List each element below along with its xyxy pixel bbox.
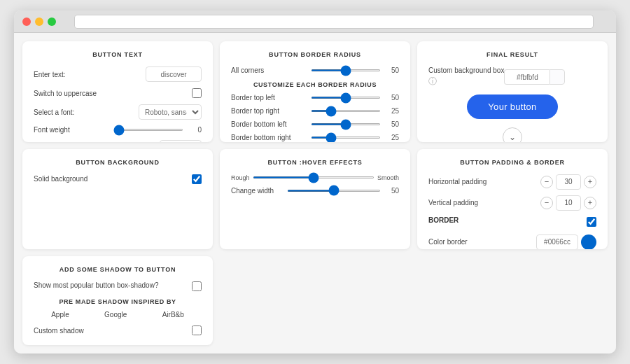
bottom-left-row: Border bottom left 50 <box>231 120 399 128</box>
border-checkbox[interactable] <box>587 217 596 227</box>
size-row: Choose font size <box>34 140 202 142</box>
top-left-slider[interactable] <box>311 97 381 99</box>
change-width-label: Change width <box>231 187 287 195</box>
show-shadow-row: Show most popular button box-shadow? <box>34 281 202 291</box>
h-padding-increment[interactable]: + <box>584 176 596 188</box>
apple-item[interactable]: Apple <box>51 311 69 318</box>
bg-box-label: Custom background box <box>428 66 504 74</box>
uppercase-label: Switch to uppercase <box>34 90 192 97</box>
weight-row: Font weight 0 <box>34 126 202 134</box>
solid-bg-row: Solid background <box>34 174 202 184</box>
change-width-row: Change width 50 <box>231 187 399 195</box>
bg-value-input[interactable] <box>504 69 550 85</box>
customize-title: CUSTOMIZE EACH BORDER RADIUS <box>231 81 399 88</box>
minimize-button[interactable] <box>35 18 43 26</box>
browser-window: BUTTON TEXT Enter text: Switch to upperc… <box>14 10 616 354</box>
button-text-panel: BUTTON TEXT Enter text: Switch to upperc… <box>22 41 213 142</box>
address-bar[interactable] <box>74 15 594 29</box>
background-panel: BUTTON BACKGROUND Solid background <box>22 149 213 250</box>
custom-shadow-checkbox[interactable] <box>192 326 202 335</box>
color-border-row: Color border <box>428 234 596 250</box>
custom-shadow-label: Custom shadow <box>34 327 192 335</box>
solid-bg-label: Solid background <box>34 175 192 183</box>
uppercase-row: Switch to uppercase <box>34 88 202 98</box>
show-shadow-checkbox[interactable] <box>192 281 202 291</box>
top-right-value: 25 <box>385 107 399 115</box>
font-row: Select a font: Roboto, sans-serif Arial … <box>34 104 202 120</box>
bottom-right-slider[interactable] <box>311 136 381 139</box>
bottom-left-label: Border bottom left <box>231 120 308 128</box>
all-corners-slider[interactable] <box>311 69 381 71</box>
h-padding-row: Horizontal padding − + <box>428 174 596 190</box>
border-radius-title: BUTTON BORDER RADIUS <box>231 51 399 58</box>
top-right-slider[interactable] <box>311 110 381 112</box>
padding-border-title: BUTTON PADDING & BORDER <box>428 159 596 166</box>
bg-box-row: Custom background box ⓘ <box>428 66 596 88</box>
show-shadow-label: Show most popular button box-shadow? <box>34 281 188 289</box>
size-input[interactable] <box>160 140 202 142</box>
color-border-swatch[interactable] <box>581 234 596 250</box>
uppercase-checkbox[interactable] <box>192 88 202 98</box>
v-padding-increment[interactable]: + <box>584 197 596 209</box>
top-right-row: Border top right 25 <box>231 107 399 115</box>
all-corners-row: All corners 50 <box>231 66 399 74</box>
v-padding-label: Vertical padding <box>428 199 540 206</box>
v-padding-row: Vertical padding − + <box>428 195 596 211</box>
v-padding-input[interactable] <box>556 195 581 211</box>
top-right-label: Border top right <box>231 107 308 115</box>
chevron-down-icon[interactable]: ⌄ <box>503 127 522 142</box>
font-select[interactable]: Roboto, sans-serif Arial Georgia <box>139 104 202 120</box>
weight-slider[interactable] <box>113 129 183 131</box>
solid-bg-checkbox[interactable] <box>192 174 202 184</box>
border-label: BORDER <box>428 216 458 224</box>
shadow-panel: ADD SOME SHADOW TO BUTTON Show most popu… <box>22 256 213 345</box>
custom-shadow-row: Custom shadow <box>34 326 202 335</box>
final-result-title: FINAL RESULT <box>428 51 596 58</box>
change-width-slider[interactable] <box>287 190 381 192</box>
padding-border-panel: BUTTON PADDING & BORDER Horizontal paddi… <box>417 149 608 250</box>
change-width-value: 50 <box>385 187 399 195</box>
google-item[interactable]: Google <box>104 311 127 318</box>
rough-smooth-container: Rough Smooth <box>231 174 399 181</box>
hover-title: BUTTON :HOVER EFFECTS <box>231 159 399 166</box>
color-border-input[interactable] <box>536 234 578 250</box>
enter-text-input[interactable] <box>146 66 202 82</box>
maximize-button[interactable] <box>48 18 56 26</box>
titlebar <box>14 10 616 33</box>
rough-smooth-slider[interactable] <box>253 176 374 178</box>
enter-text-row: Enter text: <box>34 66 202 82</box>
premade-title: PRE MADE SHADOW INSPIRED BY <box>34 298 202 305</box>
border-radius-panel: BUTTON BORDER RADIUS All corners 50 CUST… <box>220 41 410 142</box>
all-corners-label: All corners <box>231 66 308 74</box>
bottom-left-value: 50 <box>385 120 399 128</box>
background-title: BUTTON BACKGROUND <box>34 159 202 166</box>
close-button[interactable] <box>22 18 31 26</box>
color-border-label: Color border <box>428 238 536 246</box>
v-padding-stepper: − + <box>540 195 596 211</box>
final-result-panel: FINAL RESULT Custom background box ⓘ You… <box>417 41 608 142</box>
top-left-value: 50 <box>385 94 399 102</box>
h-padding-decrement[interactable]: − <box>540 176 553 188</box>
all-corners-value: 50 <box>385 66 399 74</box>
border-section: BORDER Color border Border size <box>428 216 596 250</box>
weight-value: 0 <box>188 126 202 134</box>
h-padding-label: Horizontal padding <box>428 178 540 186</box>
v-padding-decrement[interactable]: − <box>540 197 553 209</box>
button-text-title: BUTTON TEXT <box>34 51 202 58</box>
h-padding-input[interactable] <box>556 174 581 190</box>
airbnb-item[interactable]: AirB&b <box>162 311 184 318</box>
smooth-label: Smooth <box>377 174 399 181</box>
preview-button[interactable]: Your button <box>467 94 557 119</box>
bg-color-swatch[interactable] <box>550 69 565 85</box>
enter-text-label: Enter text: <box>34 71 146 78</box>
rough-label: Rough <box>231 174 250 181</box>
border-toggle-row: BORDER <box>428 216 596 228</box>
bottom-right-row: Border bottom right 25 <box>231 134 399 141</box>
bottom-right-value: 25 <box>385 134 399 141</box>
hover-panel: BUTTON :HOVER EFFECTS Rough Smooth Chang… <box>220 149 410 250</box>
preview-area: Your button ⌄ GET CODE <box>428 92 596 142</box>
bottom-right-label: Border bottom right <box>231 134 308 141</box>
bottom-left-slider[interactable] <box>311 123 381 125</box>
top-left-row: Border top left 50 <box>231 94 399 102</box>
weight-label: Font weight <box>34 126 113 134</box>
